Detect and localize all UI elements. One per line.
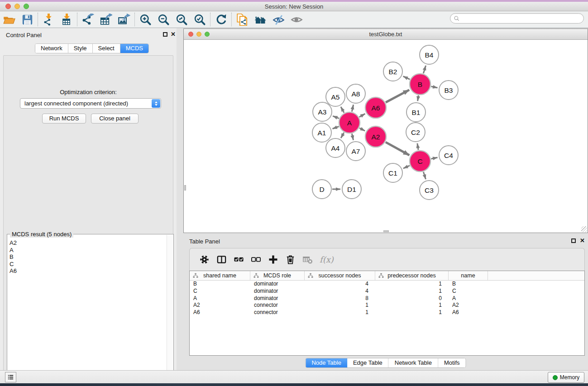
zoom-selected-button[interactable]: [191, 12, 209, 27]
tab-mcds[interactable]: MCDS: [120, 44, 148, 53]
graph-node-A4[interactable]: A4: [326, 138, 345, 157]
graph-edge-B-B4[interactable]: [423, 66, 425, 73]
import-table-button[interactable]: [57, 12, 76, 27]
column-header-name[interactable]: name: [449, 271, 488, 280]
cell-successor-nodes[interactable]: 4: [305, 288, 375, 295]
graph-edge-A-A6[interactable]: [359, 114, 365, 117]
graph-node-B4[interactable]: B4: [420, 45, 439, 64]
graph-node-D1[interactable]: D1: [342, 180, 361, 199]
graph-node-A2[interactable]: A2: [365, 126, 386, 147]
vertical-scroll-thumb[interactable]: [184, 185, 186, 191]
graph-edge-A-A2[interactable]: [359, 128, 365, 131]
result-item[interactable]: A2: [10, 239, 166, 247]
column-header-predecessor-nodes[interactable]: predecessor nodes: [375, 271, 449, 280]
cell-successor-nodes[interactable]: 1: [305, 309, 375, 316]
resize-grip[interactable]: [581, 226, 587, 232]
graph-edge-A-A1[interactable]: [333, 126, 339, 129]
zoom-out-button[interactable]: [154, 12, 172, 27]
tab-motifs[interactable]: Motifs: [438, 358, 466, 367]
search-input[interactable]: [462, 14, 583, 23]
cell-name[interactable]: C: [449, 288, 488, 295]
cell-shared-name[interactable]: C: [190, 288, 250, 295]
result-item[interactable]: A: [10, 247, 166, 254]
tab-node-table[interactable]: Node Table: [306, 358, 347, 367]
cell-name[interactable]: A: [449, 295, 488, 302]
graph-edge-A-A3[interactable]: [333, 116, 339, 118]
tab-edge-table[interactable]: Edge Table: [347, 358, 389, 367]
network-document-button[interactable]: [233, 12, 251, 27]
horizontal-scroll-thumb[interactable]: [383, 230, 389, 232]
run-mcds-button[interactable]: Run MCDS: [42, 114, 86, 124]
graph-edge-C-C3[interactable]: [423, 172, 425, 179]
tab-select[interactable]: Select: [93, 44, 120, 53]
float-panel-icon[interactable]: [163, 32, 167, 37]
cell-shared-name[interactable]: A2: [190, 302, 250, 309]
graph-node-D[interactable]: D: [312, 180, 331, 199]
cell-MCDS-role[interactable]: dominator: [250, 281, 305, 288]
graph-node-A3[interactable]: A3: [313, 102, 332, 121]
import-network-button[interactable]: [39, 12, 57, 27]
close-panel-icon[interactable]: ✕: [171, 31, 176, 38]
table-row[interactable]: Bdominator41B: [190, 281, 584, 288]
split-panel-button[interactable]: [213, 252, 230, 268]
graph-node-A[interactable]: A: [339, 112, 360, 133]
cell-predecessor-nodes[interactable]: 1: [375, 288, 449, 295]
graph-edge-A6-B[interactable]: [386, 90, 409, 103]
graph-edge-A-A7[interactable]: [352, 133, 353, 140]
cell-MCDS-role[interactable]: connector: [250, 309, 305, 316]
result-item[interactable]: C: [10, 261, 166, 268]
graph-node-B3[interactable]: B3: [439, 81, 458, 100]
graph-edge-C-C2[interactable]: [417, 143, 418, 150]
welcome-screen-button[interactable]: [251, 12, 269, 27]
cell-MCDS-role[interactable]: connector: [250, 302, 305, 309]
graph-edge-B-B1[interactable]: [418, 95, 419, 101]
function-builder-fx-button[interactable]: f(x): [320, 255, 334, 264]
cell-successor-nodes[interactable]: 4: [305, 281, 375, 288]
result-item[interactable]: B: [10, 253, 166, 261]
hide-graphics-details-button[interactable]: [269, 12, 287, 27]
criterion-dropdown[interactable]: largest connected component (directed): [20, 98, 161, 109]
memory-button[interactable]: Memory: [548, 372, 584, 383]
graph-edge-A2-C[interactable]: [386, 142, 409, 155]
graph-edge-C-C1[interactable]: [403, 166, 410, 168]
zoom-fit-button[interactable]: [172, 12, 191, 27]
cell-successor-nodes[interactable]: 1: [305, 302, 375, 309]
result-item[interactable]: A6: [10, 267, 166, 275]
graph-edge-A-A5[interactable]: [341, 107, 344, 113]
graph-node-B[interactable]: B: [410, 74, 430, 95]
graph-node-A6[interactable]: A6: [365, 97, 386, 118]
select-all-button[interactable]: [230, 252, 247, 268]
graph-node-C4[interactable]: C4: [439, 146, 458, 165]
zoom-in-button[interactable]: [136, 12, 154, 27]
search-box[interactable]: [450, 13, 584, 24]
graph-node-A1[interactable]: A1: [312, 123, 331, 142]
cell-MCDS-role[interactable]: dominator: [250, 288, 305, 295]
save-session-button[interactable]: [18, 12, 36, 27]
table-row[interactable]: Cdominator41C: [190, 288, 584, 295]
main-titlebar[interactable]: Session: New Session: [0, 2, 588, 11]
graph-edge-B-B2[interactable]: [403, 76, 410, 80]
cell-shared-name[interactable]: A6: [190, 309, 250, 316]
cell-name[interactable]: B: [449, 281, 488, 288]
graph-node-A8[interactable]: A8: [346, 84, 365, 103]
graph-node-A7[interactable]: A7: [346, 142, 365, 161]
refresh-button[interactable]: [212, 12, 230, 27]
graph-edge-A-A4[interactable]: [341, 133, 344, 138]
cell-predecessor-nodes[interactable]: 1: [375, 302, 449, 309]
cell-MCDS-role[interactable]: dominator: [250, 295, 305, 302]
network-window-titlebar[interactable]: testGlobe.txt: [184, 29, 588, 40]
table-float-icon[interactable]: [571, 238, 576, 243]
show-graphics-details-button[interactable]: [287, 12, 306, 27]
table-settings-button[interactable]: [196, 252, 213, 268]
graph-node-A5[interactable]: A5: [326, 87, 345, 106]
deselect-all-button[interactable]: [247, 252, 264, 268]
mcds-result-list[interactable]: A2ABCA6: [8, 238, 166, 386]
cell-predecessor-nodes[interactable]: 1: [375, 309, 449, 316]
column-header-successor-nodes[interactable]: successor nodes: [305, 271, 375, 280]
node-table[interactable]: shared nameMCDS rolesuccessor nodesprede…: [189, 271, 585, 356]
graph-node-B1[interactable]: B1: [406, 103, 425, 122]
close-panel-button[interactable]: Close panel: [91, 114, 139, 124]
export-table-button[interactable]: [97, 12, 115, 27]
graph-node-C3[interactable]: C3: [420, 181, 439, 200]
export-image-button[interactable]: [115, 12, 133, 27]
